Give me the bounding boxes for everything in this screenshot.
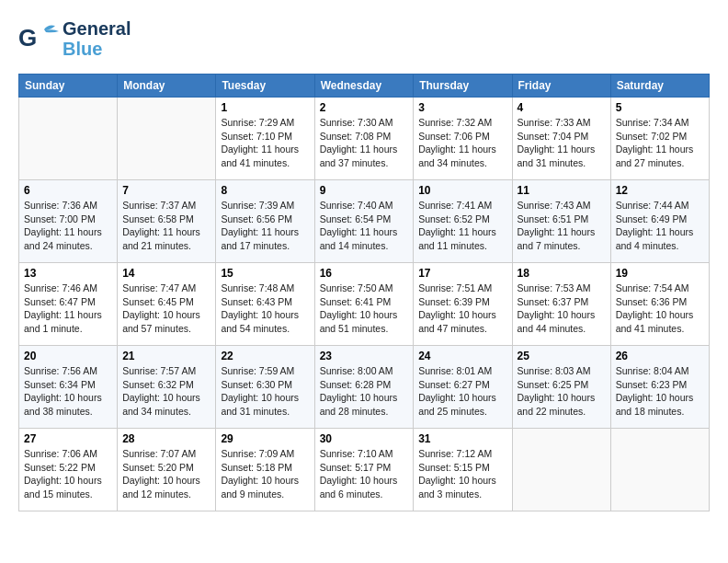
day-info: Sunrise: 7:54 AMSunset: 6:36 PMDaylight:… [616, 282, 694, 334]
day-header-wednesday: Wednesday [314, 75, 414, 98]
day-info: Sunrise: 7:12 AMSunset: 5:15 PMDaylight:… [418, 448, 496, 500]
calendar-cell: 9 Sunrise: 7:40 AMSunset: 6:54 PMDayligh… [314, 180, 414, 263]
day-info: Sunrise: 8:01 AMSunset: 6:27 PMDaylight:… [418, 365, 496, 417]
day-info: Sunrise: 7:51 AMSunset: 6:39 PMDaylight:… [418, 282, 496, 334]
day-info: Sunrise: 8:03 AMSunset: 6:25 PMDaylight:… [518, 365, 596, 417]
day-number: 23 [320, 350, 409, 362]
day-header-saturday: Saturday [610, 75, 709, 98]
day-number: 31 [418, 432, 506, 445]
logo: G General Blue [18, 18, 131, 59]
calendar-cell: 23 Sunrise: 8:00 AMSunset: 6:28 PMDaylig… [314, 346, 414, 429]
day-info: Sunrise: 7:29 AMSunset: 7:10 PMDaylight:… [221, 117, 299, 168]
calendar-cell: 19 Sunrise: 7:54 AMSunset: 6:36 PMDaylig… [610, 263, 709, 346]
day-number: 13 [24, 267, 112, 280]
calendar-cell: 2 Sunrise: 7:30 AMSunset: 7:08 PMDayligh… [314, 98, 414, 180]
day-number: 8 [221, 184, 309, 197]
day-number: 14 [122, 267, 210, 280]
day-number: 30 [320, 432, 409, 445]
day-number: 3 [418, 101, 506, 114]
calendar-cell: 21 Sunrise: 7:57 AMSunset: 6:32 PMDaylig… [118, 346, 216, 429]
calendar-cell: 26 Sunrise: 8:04 AMSunset: 6:23 PMDaylig… [610, 346, 709, 429]
calendar-cell: 16 Sunrise: 7:50 AMSunset: 6:41 PMDaylig… [314, 263, 414, 346]
day-number: 1 [221, 101, 309, 114]
day-number: 7 [122, 184, 210, 197]
calendar-cell [610, 429, 709, 511]
day-info: Sunrise: 7:50 AMSunset: 6:41 PMDaylight:… [320, 282, 398, 334]
day-info: Sunrise: 7:46 AMSunset: 6:47 PMDaylight:… [24, 282, 102, 334]
day-header-monday: Monday [118, 75, 216, 98]
day-info: Sunrise: 7:41 AMSunset: 6:52 PMDaylight:… [418, 200, 496, 251]
day-info: Sunrise: 7:56 AMSunset: 6:34 PMDaylight:… [24, 365, 102, 417]
day-info: Sunrise: 7:39 AMSunset: 6:56 PMDaylight:… [221, 200, 299, 251]
day-number: 17 [418, 267, 506, 280]
day-number: 16 [320, 267, 409, 280]
logo-icon: G [18, 22, 59, 55]
calendar-cell: 8 Sunrise: 7:39 AMSunset: 6:56 PMDayligh… [216, 180, 314, 263]
day-number: 19 [616, 267, 704, 280]
calendar-cell [512, 429, 610, 511]
calendar-cell: 3 Sunrise: 7:32 AMSunset: 7:06 PMDayligh… [414, 98, 512, 180]
calendar-cell: 11 Sunrise: 7:43 AMSunset: 6:51 PMDaylig… [512, 180, 610, 263]
calendar-cell: 14 Sunrise: 7:47 AMSunset: 6:45 PMDaylig… [118, 263, 216, 346]
day-info: Sunrise: 7:30 AMSunset: 7:08 PMDaylight:… [320, 117, 398, 168]
day-number: 29 [221, 432, 309, 445]
calendar-cell: 10 Sunrise: 7:41 AMSunset: 6:52 PMDaylig… [414, 180, 512, 263]
day-info: Sunrise: 7:44 AMSunset: 6:49 PMDaylight:… [616, 200, 694, 251]
day-number: 12 [616, 184, 704, 197]
calendar-cell: 1 Sunrise: 7:29 AMSunset: 7:10 PMDayligh… [216, 98, 314, 180]
day-number: 10 [418, 184, 506, 197]
day-info: Sunrise: 7:53 AMSunset: 6:37 PMDaylight:… [518, 282, 596, 334]
calendar-cell: 15 Sunrise: 7:48 AMSunset: 6:43 PMDaylig… [216, 263, 314, 346]
calendar-cell: 31 Sunrise: 7:12 AMSunset: 5:15 PMDaylig… [414, 429, 512, 511]
day-header-tuesday: Tuesday [216, 75, 314, 98]
day-number: 2 [320, 101, 409, 114]
calendar-cell: 17 Sunrise: 7:51 AMSunset: 6:39 PMDaylig… [414, 263, 512, 346]
day-info: Sunrise: 8:00 AMSunset: 6:28 PMDaylight:… [320, 365, 398, 417]
day-number: 27 [24, 432, 112, 445]
day-header-friday: Friday [512, 75, 610, 98]
day-number: 4 [518, 101, 606, 114]
day-info: Sunrise: 7:32 AMSunset: 7:06 PMDaylight:… [418, 117, 496, 168]
calendar-table: SundayMondayTuesdayWednesdayThursdayFrid… [18, 74, 710, 511]
day-info: Sunrise: 7:47 AMSunset: 6:45 PMDaylight:… [122, 282, 200, 334]
day-number: 24 [418, 350, 506, 362]
calendar-cell: 20 Sunrise: 7:56 AMSunset: 6:34 PMDaylig… [19, 346, 118, 429]
calendar-cell: 24 Sunrise: 8:01 AMSunset: 6:27 PMDaylig… [414, 346, 512, 429]
calendar-cell: 30 Sunrise: 7:10 AMSunset: 5:17 PMDaylig… [314, 429, 414, 511]
calendar-cell: 5 Sunrise: 7:34 AMSunset: 7:02 PMDayligh… [610, 98, 709, 180]
calendar-cell: 13 Sunrise: 7:46 AMSunset: 6:47 PMDaylig… [19, 263, 118, 346]
calendar-cell: 12 Sunrise: 7:44 AMSunset: 6:49 PMDaylig… [610, 180, 709, 263]
calendar-cell: 27 Sunrise: 7:06 AMSunset: 5:22 PMDaylig… [19, 429, 118, 511]
day-number: 9 [320, 184, 409, 197]
page-header: G General Blue [18, 18, 710, 59]
calendar-cell: 29 Sunrise: 7:09 AMSunset: 5:18 PMDaylig… [216, 429, 314, 511]
day-info: Sunrise: 7:48 AMSunset: 6:43 PMDaylight:… [221, 282, 299, 334]
day-info: Sunrise: 7:40 AMSunset: 6:54 PMDaylight:… [320, 200, 398, 251]
day-info: Sunrise: 7:59 AMSunset: 6:30 PMDaylight:… [221, 365, 299, 417]
day-info: Sunrise: 7:33 AMSunset: 7:04 PMDaylight:… [518, 117, 596, 168]
day-number: 28 [122, 432, 210, 445]
calendar-cell: 22 Sunrise: 7:59 AMSunset: 6:30 PMDaylig… [216, 346, 314, 429]
day-info: Sunrise: 7:10 AMSunset: 5:17 PMDaylight:… [320, 448, 398, 500]
logo-text-line2: Blue [63, 39, 131, 59]
day-number: 26 [616, 350, 704, 362]
day-number: 5 [616, 101, 704, 114]
calendar-cell: 25 Sunrise: 8:03 AMSunset: 6:25 PMDaylig… [512, 346, 610, 429]
day-number: 11 [518, 184, 606, 197]
day-number: 18 [518, 267, 606, 280]
calendar-cell: 4 Sunrise: 7:33 AMSunset: 7:04 PMDayligh… [512, 98, 610, 180]
calendar-cell [19, 98, 118, 180]
day-info: Sunrise: 7:36 AMSunset: 7:00 PMDaylight:… [24, 200, 102, 251]
calendar-cell: 28 Sunrise: 7:07 AMSunset: 5:20 PMDaylig… [118, 429, 216, 511]
day-number: 20 [24, 350, 112, 362]
logo-text-line1: General [63, 18, 131, 39]
svg-text:G: G [18, 24, 37, 52]
calendar-cell: 18 Sunrise: 7:53 AMSunset: 6:37 PMDaylig… [512, 263, 610, 346]
day-info: Sunrise: 7:34 AMSunset: 7:02 PMDaylight:… [616, 117, 694, 168]
day-info: Sunrise: 7:43 AMSunset: 6:51 PMDaylight:… [518, 200, 596, 251]
day-info: Sunrise: 7:06 AMSunset: 5:22 PMDaylight:… [24, 448, 102, 500]
day-info: Sunrise: 8:04 AMSunset: 6:23 PMDaylight:… [616, 365, 694, 417]
day-number: 6 [24, 184, 112, 197]
day-number: 21 [122, 350, 210, 362]
calendar-cell [118, 98, 216, 180]
